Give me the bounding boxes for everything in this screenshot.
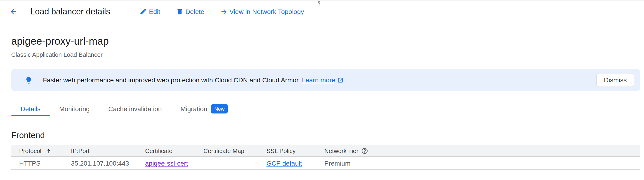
page-subtitle: Classic Application Load Balancer [11, 51, 640, 59]
column-header-network-tier[interactable]: Network Tier [324, 147, 640, 154]
tab-bar: Details Monitoring Cache invalidation Mi… [11, 101, 640, 116]
edit-button[interactable]: Edit [140, 8, 160, 15]
view-in-network-topology-button[interactable]: View in Network Topology [220, 8, 304, 15]
back-button[interactable] [9, 7, 18, 16]
load-balancer-details-page: Load balancer details Edit Delete View i… [0, 0, 644, 180]
edit-button-label: Edit [149, 8, 160, 15]
dismiss-button[interactable]: Dismiss [596, 73, 634, 87]
frontend-table-row: HTTPS 35.201.107.100:443 apigee-ssl-cert… [11, 157, 640, 170]
delete-button-label: Delete [186, 8, 204, 15]
certificate-link[interactable]: apigee-ssl-cert [145, 159, 188, 167]
view-in-network-topology-label: View in Network Topology [229, 8, 304, 15]
page-title: apigee-proxy-url-map [11, 35, 640, 48]
column-header-certificate-map[interactable]: Certificate Map [204, 147, 266, 154]
trash-icon [176, 8, 184, 15]
help-icon[interactable] [361, 147, 368, 154]
mouse-cursor [317, 0, 322, 7]
tab-cache-invalidation[interactable]: Cache invalidation [99, 101, 171, 116]
pencil-icon [140, 8, 147, 15]
topbar-title: Load balancer details [30, 7, 110, 16]
column-header-protocol[interactable]: Protocol [11, 147, 71, 154]
column-header-certificate[interactable]: Certificate [145, 147, 204, 154]
external-link-icon [337, 77, 343, 83]
delete-button[interactable]: Delete [176, 8, 204, 15]
tab-details[interactable]: Details [11, 101, 50, 116]
sort-ascending-icon [45, 148, 51, 154]
frontend-table-header: Protocol IP:Port Certificate Certificate… [11, 145, 640, 157]
cell-protocol: HTTPS [11, 159, 71, 167]
learn-more-link[interactable]: Learn more [302, 76, 343, 84]
column-header-ssl-policy[interactable]: SSL Policy [266, 147, 324, 154]
lightbulb-icon [25, 76, 33, 84]
cell-network-tier: Premium [324, 159, 640, 167]
frontend-heading: Frontend [11, 130, 640, 140]
frontend-table: Protocol IP:Port Certificate Certificate… [11, 145, 640, 170]
column-header-ip-port[interactable]: IP:Port [71, 147, 145, 154]
arrow-back-icon [9, 7, 18, 16]
cell-ip-port: 35.201.107.100:443 [71, 159, 145, 167]
main-content: apigee-proxy-url-map Classic Application… [0, 35, 644, 170]
cdn-promo-banner: Faster web performance and improved web … [11, 69, 640, 91]
topbar: Load balancer details Edit Delete View i… [0, 0, 644, 23]
tab-monitoring[interactable]: Monitoring [50, 101, 99, 116]
tab-migration[interactable]: Migration New [171, 101, 237, 116]
ssl-policy-link[interactable]: GCP default [266, 159, 302, 167]
banner-message: Faster web performance and improved web … [43, 76, 343, 84]
new-badge: New [211, 104, 228, 113]
topbar-actions: Edit Delete View in Network Topology [140, 8, 304, 15]
arrow-forward-icon [220, 8, 228, 15]
